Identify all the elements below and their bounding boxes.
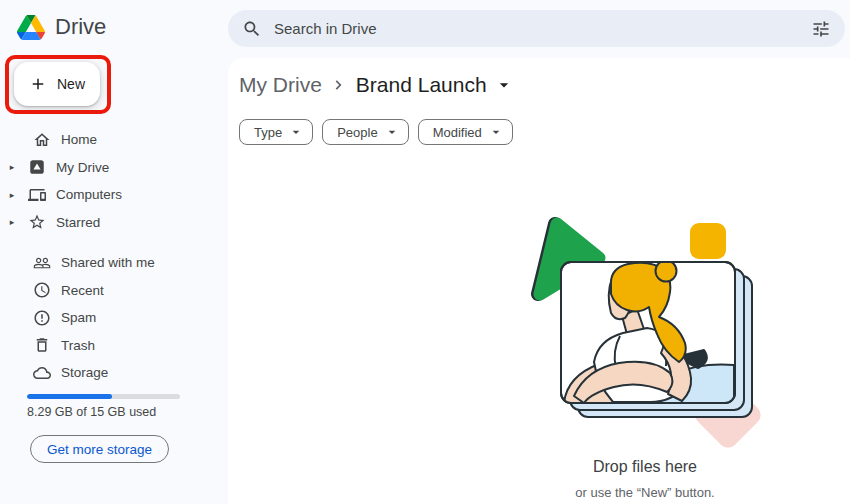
chevron-down-icon bbox=[384, 124, 400, 140]
filter-chip-people[interactable]: People bbox=[322, 119, 408, 145]
sidebar-nav-primary: Home My Drive Computers bbox=[0, 126, 228, 236]
top-header: Drive bbox=[0, 0, 850, 58]
expand-arrow-icon[interactable] bbox=[5, 190, 19, 200]
sidebar-item-spam[interactable]: Spam bbox=[0, 304, 228, 332]
chip-label: People bbox=[337, 125, 377, 140]
chevron-down-icon bbox=[488, 124, 504, 140]
cloud-icon bbox=[33, 364, 51, 382]
chip-label: Type bbox=[254, 125, 282, 140]
sidebar-item-label: Starred bbox=[56, 215, 100, 230]
expand-arrow-icon[interactable] bbox=[5, 162, 19, 172]
clock-icon bbox=[33, 281, 51, 299]
sidebar-item-label: Spam bbox=[61, 310, 96, 325]
sidebar-item-home[interactable]: Home bbox=[0, 126, 228, 154]
sidebar-nav-secondary: Shared with me Recent Spam bbox=[0, 249, 228, 387]
filter-chip-type[interactable]: Type bbox=[239, 119, 313, 145]
search-input[interactable] bbox=[274, 20, 799, 37]
storage-usage-text: 8.29 GB of 15 GB used bbox=[27, 405, 156, 419]
sidebar-item-shared-with-me[interactable]: Shared with me bbox=[0, 249, 228, 277]
filter-chips: Type People Modified bbox=[239, 119, 513, 145]
sidebar-item-storage[interactable]: Storage bbox=[0, 359, 228, 387]
shared-with-me-icon bbox=[33, 254, 51, 272]
sidebar-item-starred[interactable]: Starred bbox=[0, 209, 228, 237]
drop-files-illustration bbox=[520, 210, 770, 450]
chip-label: Modified bbox=[433, 125, 482, 140]
sidebar-item-label: Home bbox=[61, 132, 97, 147]
app-title: Drive bbox=[55, 14, 106, 40]
drive-triangle-icon bbox=[17, 15, 45, 40]
folder-dropdown-caret-icon[interactable] bbox=[494, 75, 514, 95]
breadcrumb-my-drive[interactable]: My Drive bbox=[239, 73, 322, 97]
sidebar-item-trash[interactable]: Trash bbox=[0, 332, 228, 360]
main-content-card: My Drive Brand Launch Type People Modifi… bbox=[228, 58, 850, 504]
sidebar-item-computers[interactable]: Computers bbox=[0, 181, 228, 209]
spam-icon bbox=[33, 309, 51, 327]
sidebar-item-label: Storage bbox=[61, 365, 108, 380]
sidebar-item-label: My Drive bbox=[56, 160, 109, 175]
sidebar-item-label: Trash bbox=[61, 338, 95, 353]
home-icon bbox=[33, 131, 51, 149]
get-more-storage-button[interactable]: Get more storage bbox=[30, 435, 169, 463]
sidebar-item-recent[interactable]: Recent bbox=[0, 277, 228, 305]
storage-progress-fill bbox=[27, 394, 112, 399]
computers-icon bbox=[28, 186, 46, 204]
google-drive-window: Drive New Home bbox=[0, 0, 850, 504]
new-button-label: New bbox=[57, 76, 85, 92]
plus-icon bbox=[29, 75, 47, 93]
trash-icon bbox=[33, 336, 51, 354]
sidebar-item-my-drive[interactable]: My Drive bbox=[0, 154, 228, 182]
sidebar-item-label: Computers bbox=[56, 187, 122, 202]
my-drive-icon bbox=[28, 158, 46, 176]
breadcrumb-brand-launch[interactable]: Brand Launch bbox=[356, 73, 487, 97]
expand-arrow-icon[interactable] bbox=[5, 217, 19, 227]
new-button[interactable]: New bbox=[14, 62, 100, 106]
search-icon bbox=[242, 19, 262, 39]
storage-progress-bar bbox=[27, 394, 180, 399]
search-bar[interactable] bbox=[228, 10, 845, 47]
search-options-tune-icon[interactable] bbox=[811, 19, 831, 39]
breadcrumb: My Drive Brand Launch bbox=[239, 73, 514, 97]
drop-files-title: Drop files here bbox=[520, 458, 770, 476]
star-icon bbox=[28, 213, 46, 231]
sidebar-item-label: Shared with me bbox=[61, 255, 155, 270]
chevron-right-icon bbox=[329, 75, 349, 95]
drive-logo[interactable]: Drive bbox=[17, 14, 106, 40]
sidebar: New Home My Drive bbox=[0, 58, 228, 504]
filter-chip-modified[interactable]: Modified bbox=[418, 119, 513, 145]
sidebar-item-label: Recent bbox=[61, 283, 104, 298]
chevron-down-icon bbox=[288, 124, 304, 140]
drop-files-subtitle: or use the “New” button. bbox=[500, 485, 790, 500]
